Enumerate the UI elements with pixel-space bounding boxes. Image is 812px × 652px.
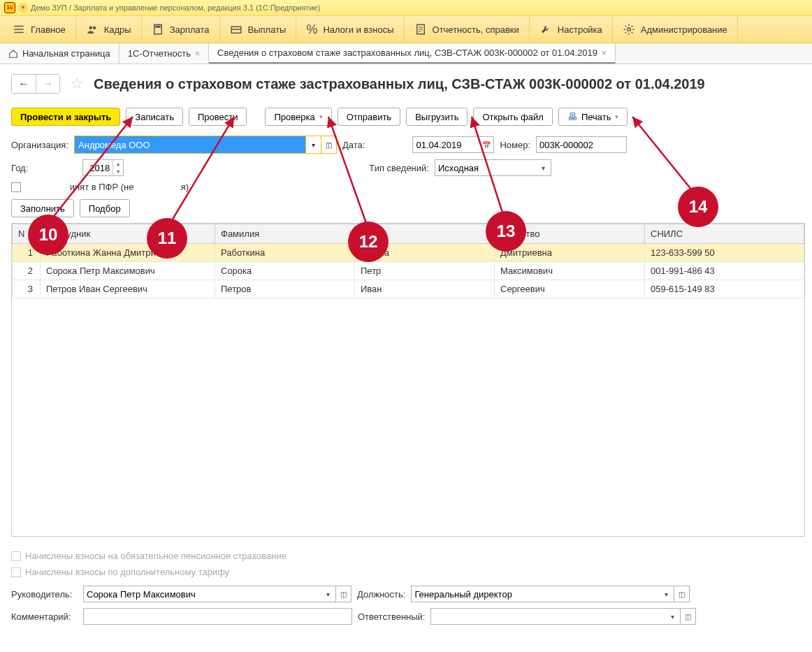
printer-icon: 🖶 <box>567 111 577 122</box>
select-button[interactable]: Подбор <box>80 199 130 217</box>
accepted-label-part2: я) <box>181 182 189 192</box>
accepted-checkbox[interactable] <box>11 182 21 192</box>
organization-value[interactable]: Андромеда ООО <box>75 136 305 153</box>
table-empty-area[interactable] <box>12 298 804 536</box>
resp-field[interactable]: ▾ ◫ <box>430 608 696 625</box>
print-button[interactable]: 🖶Печать▾ <box>558 108 628 126</box>
home-icon <box>8 49 18 59</box>
extra-tariff-checkbox <box>11 567 21 577</box>
calculator-icon <box>152 23 164 36</box>
dropdown-icon[interactable]: ▾ <box>536 159 551 176</box>
check-button[interactable]: Проверка▾ <box>265 108 331 126</box>
menu-taxes[interactable]: % Налоги и взносы <box>296 15 404 43</box>
open-icon[interactable]: ◫ <box>674 586 690 602</box>
bottom-block: Начислены взносы на обязательное пенсион… <box>0 544 812 637</box>
post-input[interactable] <box>411 586 659 602</box>
svg-rect-5 <box>231 29 241 30</box>
send-button[interactable]: Отправить <box>338 108 400 126</box>
nav-back-button[interactable]: ← <box>12 75 36 93</box>
save-button[interactable]: Записать <box>126 108 183 126</box>
info-type-label: Тип сведений: <box>369 163 429 173</box>
menu-home-label: Главное <box>31 24 66 35</box>
menu-hr[interactable]: Кадры <box>76 15 142 43</box>
tab-document[interactable]: Сведения о страховом стаже застрахованны… <box>209 43 616 64</box>
tab-reporting[interactable]: 1С-Отчетность × <box>119 43 209 64</box>
date-label: Дата: <box>342 140 365 150</box>
calendar-icon[interactable]: 📅 <box>479 136 494 153</box>
svg-rect-3 <box>155 26 161 28</box>
dropdown-icon[interactable]: ▾ <box>665 608 681 625</box>
close-icon[interactable]: × <box>602 48 607 58</box>
post-button[interactable]: Провести <box>189 108 247 126</box>
annotation-badge-13: 13 <box>486 211 526 252</box>
menu-reports[interactable]: Отчетность, справки <box>405 15 530 43</box>
table-row[interactable]: 3Петров Иван СергеевичПетровИванСергееви… <box>13 280 804 298</box>
annotation-badge-14: 14 <box>678 187 718 227</box>
organization-label: Организация: <box>11 140 68 150</box>
export-button[interactable]: Выгрузить <box>406 108 467 126</box>
head-input[interactable] <box>83 586 321 602</box>
annotation-badge-10: 10 <box>28 215 68 255</box>
col-snils[interactable]: СНИЛС <box>645 224 804 244</box>
svg-point-7 <box>628 28 631 31</box>
menu-icon <box>13 23 25 36</box>
chevron-down-icon: ▾ <box>319 113 323 120</box>
favorite-star-icon[interactable]: ☆ <box>70 75 84 93</box>
post-and-close-button[interactable]: Провести и закрыть <box>11 108 120 126</box>
info-type-field[interactable]: ▾ <box>435 159 551 176</box>
col-lastname[interactable]: Фамилия <box>215 224 355 244</box>
tabs-bar: Начальная страница 1С-Отчетность × Сведе… <box>0 43 812 64</box>
close-icon[interactable]: × <box>195 49 200 59</box>
accepted-label-part1: инят в ПФР (не <box>70 182 134 192</box>
table-row[interactable]: 2Сорока Петр МаксимовичСорокаПетрМаксимо… <box>13 262 804 280</box>
nav-history: ← → <box>11 74 60 94</box>
wallet-icon <box>230 23 242 36</box>
dropdown-icon[interactable]: ▾ <box>659 586 674 602</box>
pension-checkbox <box>11 551 21 561</box>
open-icon[interactable]: ◫ <box>681 608 696 625</box>
year-stepper[interactable]: ▲ ▼ <box>82 159 124 176</box>
annotation-badge-11: 11 <box>147 218 187 259</box>
year-input[interactable] <box>83 160 113 175</box>
main-menu: Главное Кадры Зарплата Выплаты % Налоги … <box>0 15 812 43</box>
comment-input[interactable] <box>83 608 352 625</box>
menu-salary[interactable]: Зарплата <box>142 15 220 43</box>
open-file-button[interactable]: Открыть файл <box>473 108 552 126</box>
dropdown-icon[interactable]: ▾ <box>305 136 321 153</box>
menu-payments[interactable]: Выплаты <box>220 15 297 43</box>
menu-burger[interactable]: Главное <box>3 15 76 43</box>
head-field[interactable]: ▾ ◫ <box>83 586 351 602</box>
organization-field[interactable]: Андромеда ООО ▾ ◫ <box>74 136 337 154</box>
year-down[interactable]: ▼ <box>113 168 123 175</box>
window-titlebar: 1c ▾ Демо ЗУП / Зарплата и управление пе… <box>0 0 812 15</box>
info-type-input[interactable] <box>435 159 536 176</box>
open-icon[interactable]: ◫ <box>321 136 336 153</box>
post-field[interactable]: ▾ ◫ <box>411 586 690 602</box>
document-toolbar: Провести и закрыть Записать Провести Про… <box>11 106 805 127</box>
window-title: Демо ЗУП / Зарплата и управление персона… <box>31 0 320 15</box>
menu-admin[interactable]: Администрирование <box>613 15 738 43</box>
nav-forward-button[interactable]: → <box>36 75 59 93</box>
chevron-down-icon: ▾ <box>615 113 618 120</box>
dropdown-icon[interactable]: ▾ <box>321 586 336 602</box>
resp-label: Ответственный: <box>358 611 425 622</box>
gear-icon <box>623 23 635 36</box>
year-label: Год: <box>11 163 28 173</box>
number-label: Номер: <box>500 140 530 150</box>
resp-input[interactable] <box>430 608 665 625</box>
number-input[interactable] <box>536 136 627 153</box>
date-field[interactable]: 📅 <box>412 136 494 153</box>
svg-point-1 <box>92 27 96 30</box>
year-up[interactable]: ▲ <box>113 160 123 168</box>
tab-start[interactable]: Начальная страница <box>0 43 119 64</box>
dropdown-icon[interactable]: ▾ <box>18 3 28 13</box>
percent-icon: % <box>306 22 317 37</box>
table-row[interactable]: 1Работкина Жанна ДмитриевнаРаботкинаЖанн… <box>13 244 804 262</box>
comment-label: Комментарий: <box>11 611 78 622</box>
pension-label: Начислены взносы на обязательное пенсион… <box>25 551 287 561</box>
page-title: Сведения о страховом стаже застрахованны… <box>94 76 705 92</box>
open-icon[interactable]: ◫ <box>336 586 351 602</box>
menu-settings[interactable]: Настройка <box>530 15 613 43</box>
employee-table: N Сотрудник Фамилия Имя Отчество СНИЛС 1… <box>11 223 805 537</box>
date-input[interactable] <box>412 136 479 153</box>
